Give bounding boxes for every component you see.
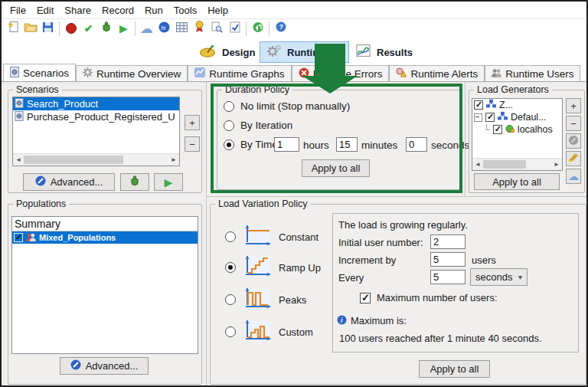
tab-results[interactable]: Results — [356, 44, 413, 60]
help-button[interactable]: ? — [272, 20, 289, 37]
menu-help[interactable]: Help — [202, 3, 234, 18]
debug-button[interactable] — [97, 20, 115, 37]
scenarios-advanced-button[interactable]: Advanced... — [23, 173, 115, 191]
by-iteration-radio[interactable] — [224, 120, 234, 131]
load-generators-hscrollbar[interactable]: ◄ ► — [472, 158, 562, 170]
scenario-list-item[interactable]: Purchase_Product_Registered_U — [13, 110, 179, 123]
duration-apply-button[interactable]: Apply to all — [302, 159, 370, 177]
scroll-thumb[interactable] — [24, 156, 123, 164]
scroll-left-icon[interactable]: ◄ — [472, 161, 483, 168]
scroll-left-icon[interactable]: ◄ — [13, 156, 24, 163]
sync-button[interactable] — [249, 20, 266, 37]
by-time-radio[interactable] — [224, 139, 234, 150]
tree-checkbox[interactable] — [493, 125, 502, 134]
peaks-radio-row[interactable]: Peaks — [225, 287, 306, 313]
subtab-label: Runtime Overview — [96, 68, 181, 80]
no-limit-radio[interactable] — [224, 101, 234, 112]
load-variation-apply-button[interactable]: Apply to all — [419, 360, 490, 378]
wrench-icon — [35, 175, 46, 189]
tree-item-localhost[interactable]: └ localhos — [472, 123, 562, 136]
chevron-down-icon: ▾ — [518, 273, 522, 281]
population-row[interactable]: Mixed_Populations — [12, 231, 198, 244]
increment-input[interactable] — [430, 252, 466, 267]
populations-advanced-button[interactable]: Advanced... — [60, 357, 149, 375]
load-generators-apply-button[interactable]: Apply to all — [474, 173, 560, 190]
search-button[interactable] — [208, 20, 226, 37]
tree-checkbox[interactable] — [485, 113, 495, 122]
wrench-disabled-icon — [568, 135, 579, 148]
functions-button[interactable]: fx — [155, 20, 173, 37]
info-icon: i — [337, 314, 347, 328]
subtab-label: Runtime Users — [505, 68, 573, 80]
menu-run[interactable]: Run — [139, 3, 168, 18]
scroll-right-icon[interactable]: ► — [168, 156, 179, 163]
custom-radio-row[interactable]: Custom — [225, 319, 313, 345]
menu-bar: File Edit Share Record Run Tools Help — [2, 2, 588, 19]
subtab-runtime-users[interactable]: Runtime Users — [485, 65, 580, 82]
seconds-input[interactable] — [406, 137, 427, 152]
custom-radio[interactable] — [225, 326, 236, 337]
population-checkbox[interactable] — [14, 233, 23, 242]
scenarios-hscrollbar[interactable]: ◄ ► — [13, 153, 179, 166]
record-icon — [66, 23, 77, 34]
max-users-checkbox-row[interactable]: Maximum number of users: — [360, 292, 498, 303]
no-limit-radio-row[interactable]: No limit (Stop manually) — [224, 100, 350, 112]
peaks-radio[interactable] — [225, 294, 236, 305]
menu-share[interactable]: Share — [59, 3, 96, 18]
license-button[interactable] — [191, 20, 208, 37]
every-input[interactable] — [430, 270, 466, 284]
constant-radio-row[interactable]: Constant — [225, 224, 318, 250]
panel-divider[interactable] — [206, 82, 207, 385]
subtab-runtime-overview[interactable]: Runtime Overview — [76, 65, 188, 82]
save-button[interactable] — [39, 20, 57, 37]
new-file-button[interactable] — [4, 20, 21, 37]
tree-checkbox[interactable] — [474, 100, 483, 110]
validate-button[interactable]: ✔ — [80, 20, 97, 37]
by-time-radio-row[interactable]: By Time: — [224, 139, 281, 150]
tree-item-default[interactable]: Defaul... — [472, 111, 562, 123]
collapse-icon[interactable] — [474, 113, 482, 122]
tab-design[interactable]: Design — [199, 44, 255, 61]
menu-tools[interactable]: Tools — [168, 3, 202, 18]
wrench-icon — [70, 359, 81, 372]
ramp-up-radio-row[interactable]: Ramp Up — [225, 254, 321, 280]
lg-add-button[interactable]: + — [566, 98, 581, 113]
populations-header[interactable]: Summary — [12, 217, 198, 231]
by-iteration-radio-row[interactable]: By Iteration — [224, 120, 292, 131]
checklist-button[interactable] — [226, 20, 243, 37]
bug-icon — [129, 175, 140, 189]
max-users-checkbox[interactable] — [360, 293, 371, 303]
run-button[interactable]: ▶ — [115, 20, 132, 37]
hours-input[interactable] — [274, 137, 299, 152]
menu-file[interactable]: File — [5, 3, 31, 18]
constant-radio[interactable] — [225, 231, 236, 242]
minutes-input[interactable] — [336, 137, 358, 152]
data-table-button[interactable] — [173, 20, 191, 37]
scenarios-debug-button[interactable] — [120, 173, 149, 191]
tree-item-zone[interactable]: Z... — [472, 99, 562, 111]
record-button[interactable] — [62, 20, 80, 37]
scenario-add-button[interactable]: + — [185, 115, 200, 130]
open-project-button[interactable] — [21, 20, 39, 37]
initial-user-input[interactable] — [430, 234, 466, 249]
subtab-label: Runtime Graphs — [209, 68, 284, 80]
menu-edit[interactable]: Edit — [31, 3, 59, 18]
ramp-up-radio[interactable] — [225, 262, 236, 273]
every-unit-select[interactable]: seconds ▾ — [470, 268, 528, 286]
cloud-button[interactable]: ☁ — [138, 20, 155, 37]
subtab-runtime-alerts[interactable]: Runtime Alerts — [389, 65, 485, 82]
scenarios-run-button[interactable]: ▶ — [154, 173, 183, 191]
scroll-right-icon[interactable]: ► — [551, 161, 562, 168]
lg-remove-button[interactable]: − — [566, 116, 581, 131]
menu-record[interactable]: Record — [96, 3, 139, 18]
subtab-scenarios[interactable]: Scenarios — [3, 64, 76, 82]
lg-advanced-button-disabled[interactable] — [566, 133, 581, 149]
lg-cloud-button[interactable]: ☁ — [566, 169, 581, 184]
subtab-label: Scenarios — [23, 67, 69, 79]
scenario-list-item[interactable]: Search_Product — [13, 97, 179, 110]
lg-tools-button[interactable] — [566, 151, 581, 166]
panel-divider[interactable] — [207, 196, 586, 197]
scenario-remove-button[interactable]: − — [185, 136, 200, 152]
scroll-thumb[interactable] — [483, 160, 526, 169]
subtab-runtime-graphs[interactable]: Runtime Graphs — [188, 65, 291, 82]
